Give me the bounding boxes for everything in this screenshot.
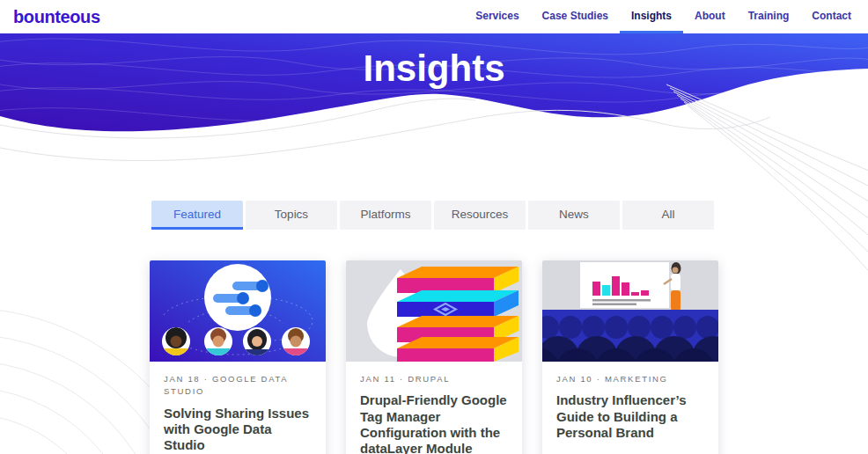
article-title[interactable]: Industry Influencer’s Guide to Building … xyxy=(556,392,704,441)
google-data-studio-illustration[interactable] xyxy=(150,260,326,362)
tab-platforms[interactable]: Platforms xyxy=(340,201,431,230)
page-title: Insights xyxy=(0,48,868,90)
filter-tabs: Featured Topics Platforms Resources News… xyxy=(151,201,714,230)
drupal-gtm-illustration[interactable] xyxy=(346,260,522,362)
article-card-grid: JAN 18 · GOOGLE DATA STUDIO Solving Shar… xyxy=(150,260,718,454)
article-date-category: JAN 10 · MARKETING xyxy=(556,373,704,385)
nav-item-training[interactable]: Training xyxy=(737,0,801,33)
tab-featured[interactable]: Featured xyxy=(151,201,243,230)
card-body: JAN 11 · DRUPAL Drupal-Friendly Google T… xyxy=(346,362,522,454)
nav-item-case-studies[interactable]: Case Studies xyxy=(531,0,620,33)
article-date-category: JAN 18 · GOOGLE DATA STUDIO xyxy=(164,373,312,399)
tab-all[interactable]: All xyxy=(622,201,714,230)
article-card[interactable]: JAN 10 · MARKETING Industry Influencer’s… xyxy=(542,260,718,454)
article-title[interactable]: Drupal-Friendly Google Tag Manager Confi… xyxy=(360,392,508,454)
tab-resources[interactable]: Resources xyxy=(434,201,526,230)
nav-item-contact[interactable]: Contact xyxy=(800,0,863,33)
article-date-category: JAN 11 · DRUPAL xyxy=(360,373,508,385)
article-card[interactable]: JAN 18 · GOOGLE DATA STUDIO Solving Shar… xyxy=(150,260,326,454)
tab-topics[interactable]: Topics xyxy=(246,201,337,230)
nav-item-services[interactable]: Services xyxy=(464,0,530,33)
article-title[interactable]: Solving Sharing Issues with Google Data … xyxy=(164,406,312,454)
insights-page: bounteous Services Case Studies Insights… xyxy=(0,0,868,454)
card-body: JAN 18 · GOOGLE DATA STUDIO Solving Shar… xyxy=(150,362,326,453)
nav-item-insights[interactable]: Insights xyxy=(620,0,683,33)
audience xyxy=(542,310,718,362)
nav-item-about[interactable]: About xyxy=(683,0,737,33)
presentation-audience-illustration[interactable] xyxy=(542,260,718,362)
tab-news[interactable]: News xyxy=(528,201,620,230)
article-card[interactable]: JAN 11 · DRUPAL Drupal-Friendly Google T… xyxy=(346,260,522,454)
main-nav: Services Case Studies Insights About Tra… xyxy=(464,0,863,33)
card-body: JAN 10 · MARKETING Industry Influencer’s… xyxy=(542,362,718,441)
header: bounteous Services Case Studies Insights… xyxy=(0,0,868,33)
bounteous-logo[interactable]: bounteous xyxy=(13,7,100,27)
